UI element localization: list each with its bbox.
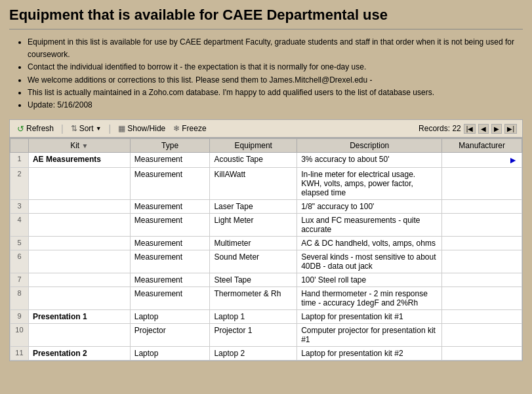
cell-kit bbox=[28, 287, 130, 310]
cell-type: Measurement bbox=[130, 168, 210, 200]
cell-type: Projector bbox=[130, 324, 210, 347]
row-number: 7 bbox=[10, 273, 29, 287]
cell-manufacturer bbox=[442, 347, 522, 361]
cell-kit: Presentation 2 bbox=[28, 347, 130, 361]
col-type-header[interactable]: Type bbox=[130, 139, 210, 153]
table-row: 5MeasurementMultimeterAC & DC handheld, … bbox=[10, 237, 522, 250]
cell-description: Hand thermometer - 2 min response time -… bbox=[297, 287, 442, 310]
row-number: 1 bbox=[10, 153, 29, 168]
cell-description: Computer projector for presentation kit … bbox=[297, 324, 442, 347]
col-equipment-header[interactable]: Equipment bbox=[210, 139, 297, 153]
cell-type: Laptop bbox=[130, 347, 210, 361]
freeze-button[interactable]: ❄ Freeze bbox=[171, 123, 208, 134]
table-row: 7MeasurementSteel Tape100' Steel roll ta… bbox=[10, 273, 522, 287]
cell-description: Laptop for presentation kit #1 bbox=[297, 310, 442, 324]
cell-equipment: Thermometer & Rh bbox=[210, 287, 297, 310]
sort-icon: ⇅ bbox=[71, 124, 77, 133]
bullet-item: Contact the individual identified to bor… bbox=[28, 61, 523, 73]
col-description-header[interactable]: Description bbox=[297, 139, 442, 153]
cell-description: AC & DC handheld, volts, amps, ohms bbox=[297, 237, 442, 250]
cell-kit: AE Measurements bbox=[28, 153, 130, 168]
cell-type: Measurement bbox=[130, 200, 210, 214]
table-header: Kit ▼ Type Equipment Description Manufac… bbox=[10, 139, 522, 153]
refresh-label: Refresh bbox=[26, 124, 54, 133]
cell-equipment: Sound Meter bbox=[210, 250, 297, 273]
cell-kit bbox=[28, 214, 130, 237]
cell-description: Laptop for presentation kit #2 bbox=[297, 347, 442, 361]
table-row: 6MeasurementSound MeterSeveral kinds - m… bbox=[10, 250, 522, 273]
table-row: 11Presentation 2LaptopLaptop 2Laptop for… bbox=[10, 347, 522, 361]
cell-kit bbox=[28, 168, 130, 200]
cell-equipment: Laser Tape bbox=[210, 200, 297, 214]
cell-description: Several kinds - most sensitive to about … bbox=[297, 250, 442, 273]
cell-manufacturer bbox=[442, 214, 522, 237]
table-row: 9Presentation 1LaptopLaptop 1Laptop for … bbox=[10, 310, 522, 324]
row-number: 9 bbox=[10, 310, 29, 324]
table-row: 2MeasurementKillAWattIn-line meter for e… bbox=[10, 168, 522, 200]
refresh-button[interactable]: ↺ Refresh bbox=[15, 123, 56, 134]
freeze-icon: ❄ bbox=[173, 124, 180, 133]
cell-equipment: Light Meter bbox=[210, 214, 297, 237]
cell-manufacturer bbox=[442, 310, 522, 324]
records-count: Records: 22 bbox=[419, 124, 461, 133]
bullet-item: Update: 5/16/2008 bbox=[28, 99, 523, 111]
cell-equipment: Multimeter bbox=[210, 237, 297, 250]
cell-kit bbox=[28, 273, 130, 287]
table-row: 4MeasurementLight MeterLux and FC measur… bbox=[10, 214, 522, 237]
cell-type: Measurement bbox=[130, 273, 210, 287]
cell-manufacturer bbox=[442, 273, 522, 287]
cell-type: Measurement bbox=[130, 214, 210, 237]
showhide-button[interactable]: ▦ Show/Hide bbox=[116, 123, 167, 134]
cell-type: Measurement bbox=[130, 153, 210, 168]
cell-type: Measurement bbox=[130, 287, 210, 310]
col-manufacturer-header[interactable]: Manufacturer bbox=[442, 139, 522, 153]
table-row: 1AE MeasurementsMeasurementAcoustic Tape… bbox=[10, 153, 522, 168]
bullet-section: Equipment in this list is available for … bbox=[9, 36, 523, 111]
cell-type: Laptop bbox=[130, 310, 210, 324]
row-number: 3 bbox=[10, 200, 29, 214]
blue-arrow-icon: ► bbox=[508, 155, 518, 165]
sort-button[interactable]: ⇅ Sort ▼ bbox=[69, 123, 104, 134]
bullet-list: Equipment in this list is available for … bbox=[9, 36, 523, 111]
title-divider bbox=[9, 29, 523, 30]
page-title: Equipment that is available for CAEE Dep… bbox=[9, 7, 523, 24]
refresh-icon: ↺ bbox=[17, 124, 24, 134]
nav-next-button[interactable]: ▶ bbox=[491, 124, 502, 134]
cell-equipment: Laptop 2 bbox=[210, 347, 297, 361]
cell-manufacturer: ► bbox=[442, 153, 522, 168]
row-number: 8 bbox=[10, 287, 29, 310]
bullet-item: We welcome additions or corrections to t… bbox=[28, 74, 523, 87]
sort-label: Sort bbox=[79, 124, 94, 133]
cell-description: In-line meter for electrical usage. KWH,… bbox=[297, 168, 442, 200]
cell-equipment: KillAWatt bbox=[210, 168, 297, 200]
table-row: 10ProjectorProjector 1Computer projector… bbox=[10, 324, 522, 347]
table-container: Kit ▼ Type Equipment Description Manufac… bbox=[9, 138, 523, 361]
cell-manufacturer bbox=[442, 237, 522, 250]
row-number: 10 bbox=[10, 324, 29, 347]
cell-manufacturer bbox=[442, 200, 522, 214]
cell-type: Measurement bbox=[130, 250, 210, 273]
showhide-icon: ▦ bbox=[118, 124, 125, 133]
separator-1: | bbox=[61, 123, 64, 134]
cell-equipment: Steel Tape bbox=[210, 273, 297, 287]
col-kit-header[interactable]: Kit ▼ bbox=[28, 139, 130, 153]
cell-kit: Presentation 1 bbox=[28, 310, 130, 324]
cell-type: Measurement bbox=[130, 237, 210, 250]
bullet-item: This list is actually maintained in a Zo… bbox=[28, 87, 523, 99]
nav-first-button[interactable]: |◀ bbox=[464, 124, 476, 134]
toolbar: ↺ Refresh | ⇅ Sort ▼ | ▦ Show/Hide ❄ Fre… bbox=[9, 119, 523, 138]
cell-description: 1/8" accuracy to 100' bbox=[297, 200, 442, 214]
cell-manufacturer bbox=[442, 168, 522, 200]
cell-kit bbox=[28, 250, 130, 273]
row-number: 11 bbox=[10, 347, 29, 361]
cell-equipment: Projector 1 bbox=[210, 324, 297, 347]
nav-prev-button[interactable]: ◀ bbox=[478, 124, 489, 134]
cell-description: 3% accuracy to about 50' bbox=[297, 153, 442, 168]
cell-equipment: Laptop 1 bbox=[210, 310, 297, 324]
row-number: 5 bbox=[10, 237, 29, 250]
row-number: 2 bbox=[10, 168, 29, 200]
data-table: Kit ▼ Type Equipment Description Manufac… bbox=[10, 138, 522, 361]
row-number: 4 bbox=[10, 214, 29, 237]
cell-description: Lux and FC measurements - quite accurate bbox=[297, 214, 442, 237]
nav-last-button[interactable]: ▶| bbox=[504, 124, 517, 134]
